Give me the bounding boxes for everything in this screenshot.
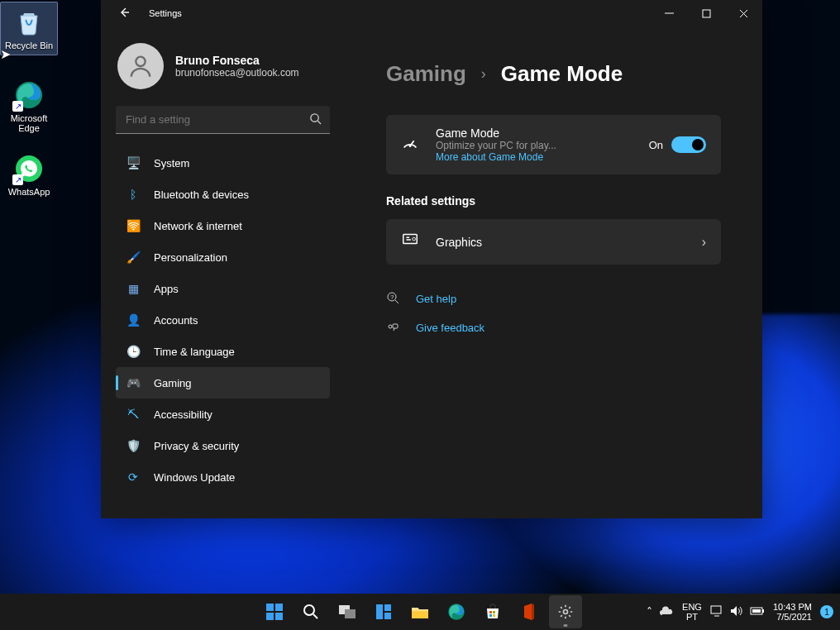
profile-block[interactable]: Bruno Fonseca brunofonseca@outlook.com	[116, 38, 330, 104]
profile-email: brunofonseca@outlook.com	[175, 67, 299, 79]
desktop-icon-microsoft-edge[interactable]: ↗ Microsoft Edge	[0, 75, 58, 137]
svg-point-10	[389, 325, 392, 328]
language-indicator[interactable]: ENG PT	[682, 602, 702, 622]
time-language-icon: 🕒	[126, 344, 141, 359]
sidebar-item-label: Time & language	[154, 346, 235, 358]
battery-tray-icon[interactable]	[750, 605, 765, 618]
game-mode-toggle[interactable]	[671, 136, 706, 153]
shortcut-arrow-icon: ↗	[12, 101, 23, 112]
sidebar-item-privacy[interactable]: 🛡️Privacy & security	[116, 430, 330, 461]
maximize-button[interactable]	[688, 0, 725, 26]
sidebar-item-gaming[interactable]: 🎮Gaming	[116, 367, 330, 399]
sidebar: Bruno Fonseca brunofonseca@outlook.com 🖥…	[101, 26, 345, 518]
svg-point-16	[304, 605, 314, 615]
sidebar-item-time-language[interactable]: 🕒Time & language	[116, 336, 330, 367]
widgets-button[interactable]	[367, 595, 400, 628]
taskbar-center	[258, 594, 582, 630]
svg-point-7	[413, 237, 416, 241]
desktop-icon-label: Recycle Bin	[5, 41, 53, 51]
sidebar-item-update[interactable]: ⟳Windows Update	[116, 461, 330, 493]
sidebar-item-accounts[interactable]: 👤Accounts	[116, 304, 330, 336]
sidebar-item-label: Apps	[154, 283, 179, 295]
avatar	[117, 43, 164, 89]
content-pane: Gaming › Game Mode Game Mode Optimize yo…	[345, 26, 762, 518]
svg-text:?: ?	[390, 294, 394, 301]
svg-point-3	[136, 57, 145, 66]
sidebar-item-label: Accessibility	[154, 408, 212, 421]
card-subtitle: Optimize your PC for play...	[436, 140, 634, 151]
tray-chevron-icon[interactable]: ˄	[647, 605, 652, 618]
taskbar-right: ˄ ENG PT 10:43 PM 7/5/2021 1	[647, 594, 840, 630]
svg-rect-20	[384, 604, 391, 611]
datetime-indicator[interactable]: 10:43 PM 7/5/2021	[773, 602, 812, 622]
graphics-card[interactable]: Graphics ›	[386, 219, 721, 265]
notification-badge[interactable]: 1	[820, 605, 833, 618]
settings-taskbar-button[interactable]	[549, 595, 582, 628]
give-feedback-row: Give feedback	[386, 313, 721, 342]
privacy-icon: 🛡️	[126, 438, 141, 453]
sidebar-item-system[interactable]: 🖥️System	[116, 147, 330, 179]
chevron-right-icon: ›	[702, 235, 706, 250]
back-button[interactable]	[117, 6, 134, 21]
gaming-icon: 🎮	[126, 375, 141, 390]
svg-rect-30	[762, 609, 764, 613]
card-title: Graphics	[436, 236, 687, 249]
sidebar-item-network[interactable]: 🛜Network & internet	[116, 210, 330, 241]
accessibility-icon: ⛏	[126, 407, 141, 422]
sidebar-item-personalization[interactable]: 🖌️Personalization	[116, 241, 330, 273]
minimize-button[interactable]	[651, 0, 688, 26]
sidebar-item-label: Privacy & security	[154, 440, 239, 452]
search-box	[116, 106, 330, 134]
breadcrumb-parent[interactable]: Gaming	[386, 61, 466, 87]
taskbar: ˄ ENG PT 10:43 PM 7/5/2021 1	[0, 594, 840, 630]
search-input[interactable]	[116, 106, 330, 134]
svg-rect-19	[376, 604, 383, 619]
chevron-right-icon: ›	[481, 65, 486, 83]
get-help-link[interactable]: Get help	[416, 293, 456, 305]
titlebar: Settings	[101, 0, 762, 26]
more-about-link[interactable]: More about Game Mode	[436, 151, 634, 163]
store-button[interactable]	[476, 595, 509, 628]
file-explorer-button[interactable]	[403, 595, 437, 628]
network-tray-icon[interactable]	[710, 605, 723, 619]
close-button[interactable]	[725, 0, 762, 26]
onedrive-icon[interactable]	[659, 605, 674, 618]
sidebar-item-accessibility[interactable]: ⛏Accessibility	[116, 399, 330, 430]
network-icon: 🛜	[126, 218, 141, 233]
volume-tray-icon[interactable]	[730, 605, 743, 619]
sidebar-item-label: Network & internet	[154, 220, 242, 232]
whatsapp-icon: ↗	[12, 152, 45, 185]
sidebar-item-label: Bluetooth & devices	[154, 189, 249, 201]
feedback-icon	[386, 320, 401, 336]
personalization-icon: 🖌️	[126, 250, 141, 265]
start-button[interactable]	[258, 595, 291, 628]
settings-window: Settings Bruno Fonseca brunofonseca@outl…	[101, 0, 762, 518]
sidebar-item-label: Windows Update	[154, 471, 235, 484]
breadcrumb: Gaming › Game Mode	[386, 61, 721, 87]
edge-button[interactable]	[440, 595, 473, 628]
svg-rect-6	[403, 235, 418, 244]
task-view-button[interactable]	[331, 595, 364, 628]
sidebar-item-apps[interactable]: ▦Apps	[116, 273, 330, 304]
svg-rect-28	[711, 606, 721, 613]
svg-rect-13	[275, 604, 283, 611]
sidebar-item-label: Personalization	[154, 251, 227, 264]
svg-rect-24	[493, 611, 495, 613]
game-mode-card[interactable]: Game Mode Optimize your PC for play... M…	[386, 115, 721, 174]
sidebar-item-label: Gaming	[154, 377, 192, 389]
mouse-cursor: ➤	[0, 46, 11, 62]
svg-point-27	[564, 610, 568, 614]
sidebar-item-label: System	[154, 157, 189, 169]
search-button[interactable]	[294, 595, 327, 628]
svg-rect-25	[489, 614, 492, 617]
sidebar-item-bluetooth[interactable]: ᛒBluetooth & devices	[116, 179, 330, 210]
give-feedback-link[interactable]: Give feedback	[416, 322, 484, 334]
office-button[interactable]	[513, 595, 546, 628]
desktop-icon-whatsapp[interactable]: ↗ WhatsApp	[0, 149, 58, 201]
search-icon	[309, 112, 322, 127]
profile-name: Bruno Fonseca	[175, 54, 299, 67]
svg-rect-15	[275, 613, 283, 620]
shortcut-arrow-icon: ↗	[12, 174, 23, 185]
svg-rect-14	[266, 613, 274, 620]
graphics-icon	[401, 231, 421, 253]
